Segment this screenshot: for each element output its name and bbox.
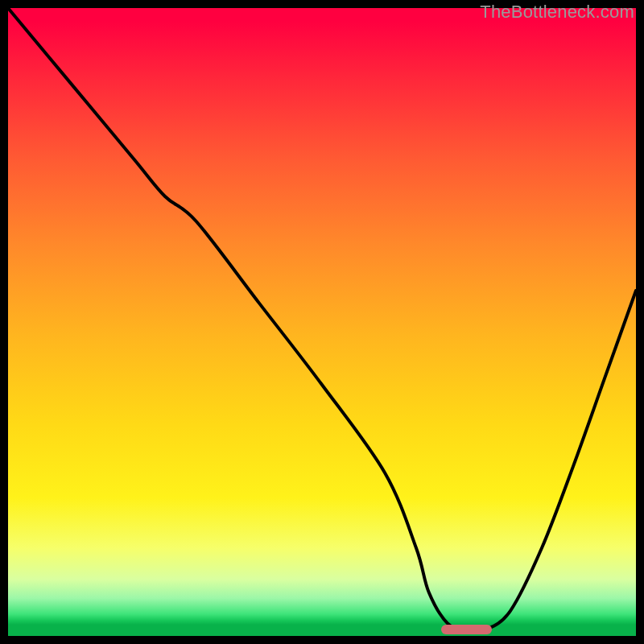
- chart-frame: TheBottleneck.com: [0, 0, 644, 644]
- optimal-range-marker: [441, 625, 491, 634]
- curve-path: [8, 8, 636, 631]
- watermark: TheBottleneck.com: [480, 2, 634, 23]
- bottleneck-curve: [8, 8, 636, 636]
- axis-bottom: [0, 636, 644, 644]
- axis-left: [0, 0, 8, 644]
